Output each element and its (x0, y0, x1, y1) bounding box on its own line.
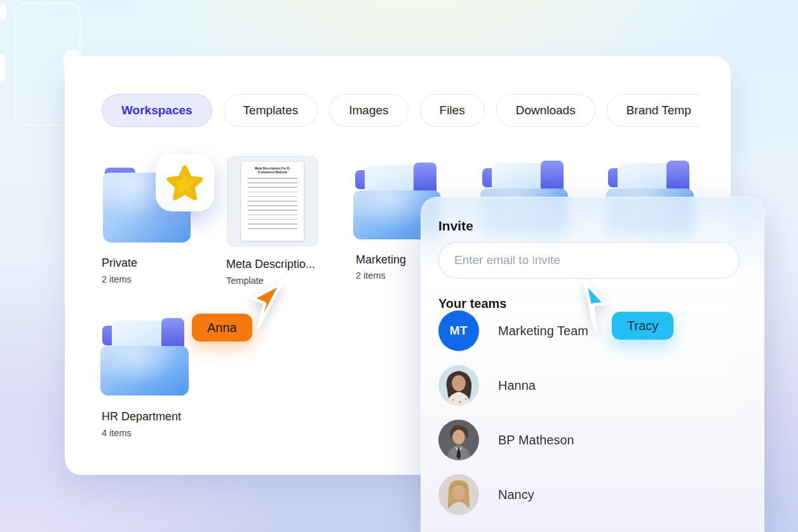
document-thumbnail[interactable]: Meta Description For E-Commerce Website (227, 156, 318, 246)
invite-email-input[interactable] (438, 242, 740, 279)
tab-downloads[interactable]: Downloads (496, 94, 595, 127)
team-row-bp-matheson[interactable]: BP Matheson (438, 408, 743, 472)
item-name-hr-department[interactable]: HR Department (102, 410, 181, 423)
folder-icon-hr-department[interactable] (100, 318, 189, 396)
collaborator-cursor-tracy-icon (576, 281, 609, 333)
team-name: Marketing Team (498, 324, 588, 338)
avatar-marketing-team: MT (438, 310, 479, 351)
tab-workspaces[interactable]: Workspaces (102, 94, 212, 127)
invite-panel: Invite Your teams MT Marketing Team Hann… (421, 197, 764, 532)
collaborator-cursor-anna-icon (249, 281, 283, 331)
item-name-meta-description[interactable]: Meta Descriptio... (226, 258, 315, 271)
item-meta-marketing: 2 items (356, 270, 386, 281)
folder-front (100, 346, 189, 396)
tab-brand-templates[interactable]: Brand Temp (607, 94, 699, 127)
tab-images[interactable]: Images (329, 94, 408, 127)
item-meta-hr-department: 4 items (102, 428, 132, 438)
document-text-lines (248, 178, 297, 232)
tab-bar: Workspaces Templates Images Files Downlo… (102, 94, 699, 128)
team-row-hanna[interactable]: Hanna (438, 354, 743, 417)
team-name: Hanna (498, 378, 536, 393)
item-name-private[interactable]: Private (102, 256, 137, 270)
background-chip-decor (0, 4, 6, 20)
team-name: Nancy (498, 488, 534, 502)
star-icon (166, 164, 204, 202)
document-title: Meta Description For E-Commerce Website (247, 166, 298, 174)
tab-templates[interactable]: Templates (224, 94, 318, 127)
team-row-nancy[interactable]: Nancy (438, 463, 743, 526)
team-name: BP Matheson (498, 433, 574, 448)
background-chip-decor (0, 55, 5, 81)
avatar-hanna (438, 365, 479, 406)
page: { "tabs": [ {"label": "Workspaces", "act… (0, 0, 798, 532)
document-page: Meta Description For E-Commerce Website (241, 162, 304, 241)
invite-panel-title: Invite (438, 218, 473, 234)
star-badge (156, 154, 214, 211)
avatar-nancy (438, 474, 479, 515)
avatar-bp-matheson (438, 420, 479, 460)
tab-files[interactable]: Files (420, 94, 485, 127)
item-name-marketing[interactable]: Marketing (356, 253, 406, 267)
collaborator-label-anna: Anna (192, 314, 252, 342)
collaborator-label-tracy: Tracy (612, 312, 673, 340)
item-meta-private: 2 items (102, 274, 132, 284)
